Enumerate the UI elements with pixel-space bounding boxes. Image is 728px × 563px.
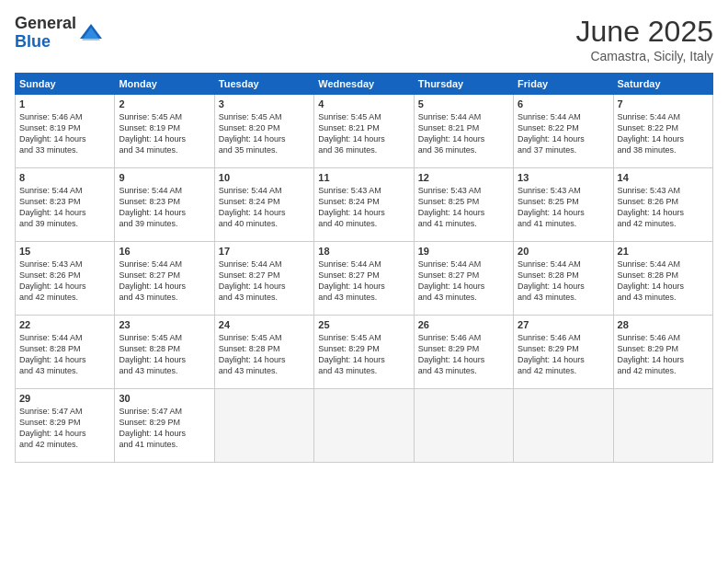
col-tuesday: Tuesday [214, 74, 313, 95]
day-number: 18 [318, 246, 409, 257]
col-friday: Friday [514, 74, 613, 95]
day-number: 30 [119, 393, 210, 404]
day-info: Sunrise: 5:43 AMSunset: 8:26 PMDaylight:… [618, 185, 709, 230]
day-info: Sunrise: 5:44 AMSunset: 8:28 PMDaylight:… [618, 259, 709, 304]
table-row: 22Sunrise: 5:44 AMSunset: 8:28 PMDayligh… [16, 316, 115, 389]
day-info: Sunrise: 5:44 AMSunset: 8:21 PMDaylight:… [418, 111, 509, 156]
table-row: 9Sunrise: 5:44 AMSunset: 8:23 PMDaylight… [115, 168, 214, 242]
day-info: Sunrise: 5:46 AMSunset: 8:29 PMDaylight:… [418, 332, 509, 377]
table-row: 19Sunrise: 5:44 AMSunset: 8:27 PMDayligh… [414, 242, 513, 316]
table-row [514, 389, 613, 463]
table-row: 14Sunrise: 5:43 AMSunset: 8:26 PMDayligh… [613, 168, 712, 242]
table-row: 7Sunrise: 5:44 AMSunset: 8:22 PMDaylight… [613, 95, 712, 168]
month-title: June 2025 [576, 15, 713, 49]
day-info: Sunrise: 5:45 AMSunset: 8:28 PMDaylight:… [119, 332, 210, 377]
table-row: 10Sunrise: 5:44 AMSunset: 8:24 PMDayligh… [214, 168, 313, 242]
day-number: 29 [19, 393, 110, 404]
day-info: Sunrise: 5:46 AMSunset: 8:19 PMDaylight:… [19, 111, 110, 156]
table-row: 3Sunrise: 5:45 AMSunset: 8:20 PMDaylight… [214, 95, 313, 168]
table-row: 16Sunrise: 5:44 AMSunset: 8:27 PMDayligh… [115, 242, 214, 316]
table-row: 21Sunrise: 5:44 AMSunset: 8:28 PMDayligh… [613, 242, 712, 316]
day-info: Sunrise: 5:43 AMSunset: 8:24 PMDaylight:… [318, 185, 409, 230]
table-row: 23Sunrise: 5:45 AMSunset: 8:28 PMDayligh… [115, 316, 214, 389]
day-number: 4 [318, 98, 409, 109]
day-number: 21 [618, 246, 709, 257]
table-row: 4Sunrise: 5:45 AMSunset: 8:21 PMDaylight… [314, 95, 414, 168]
day-number: 7 [618, 98, 709, 109]
day-info: Sunrise: 5:44 AMSunset: 8:27 PMDaylight:… [119, 259, 210, 304]
day-info: Sunrise: 5:44 AMSunset: 8:27 PMDaylight:… [318, 259, 409, 304]
day-number: 22 [19, 319, 110, 330]
col-saturday: Saturday [613, 74, 712, 95]
day-info: Sunrise: 5:45 AMSunset: 8:29 PMDaylight:… [318, 332, 409, 377]
table-row: 28Sunrise: 5:46 AMSunset: 8:29 PMDayligh… [613, 316, 712, 389]
table-row: 26Sunrise: 5:46 AMSunset: 8:29 PMDayligh… [414, 316, 513, 389]
col-wednesday: Wednesday [314, 74, 414, 95]
logo-blue: Blue [15, 32, 51, 51]
table-row: 20Sunrise: 5:44 AMSunset: 8:28 PMDayligh… [514, 242, 613, 316]
day-info: Sunrise: 5:43 AMSunset: 8:25 PMDaylight:… [518, 185, 609, 230]
day-number: 14 [618, 172, 709, 183]
day-number: 26 [418, 319, 509, 330]
table-row: 15Sunrise: 5:43 AMSunset: 8:26 PMDayligh… [16, 242, 115, 316]
day-info: Sunrise: 5:44 AMSunset: 8:28 PMDaylight:… [518, 259, 609, 304]
table-row: 18Sunrise: 5:44 AMSunset: 8:27 PMDayligh… [314, 242, 414, 316]
col-thursday: Thursday [414, 74, 513, 95]
day-number: 11 [318, 172, 409, 183]
table-row: 13Sunrise: 5:43 AMSunset: 8:25 PMDayligh… [514, 168, 613, 242]
day-info: Sunrise: 5:45 AMSunset: 8:20 PMDaylight:… [219, 111, 310, 156]
day-info: Sunrise: 5:47 AMSunset: 8:29 PMDaylight:… [119, 406, 210, 451]
day-info: Sunrise: 5:46 AMSunset: 8:29 PMDaylight:… [618, 332, 709, 377]
day-number: 17 [219, 246, 310, 257]
day-info: Sunrise: 5:44 AMSunset: 8:28 PMDaylight:… [19, 332, 110, 377]
table-row: 6Sunrise: 5:44 AMSunset: 8:22 PMDaylight… [514, 95, 613, 168]
day-number: 1 [19, 98, 110, 109]
day-number: 6 [518, 98, 609, 109]
day-info: Sunrise: 5:44 AMSunset: 8:22 PMDaylight:… [618, 111, 709, 156]
day-number: 25 [318, 319, 409, 330]
day-number: 28 [618, 319, 709, 330]
calendar-header-row: Sunday Monday Tuesday Wednesday Thursday… [16, 74, 713, 95]
table-row: 17Sunrise: 5:44 AMSunset: 8:27 PMDayligh… [214, 242, 313, 316]
day-number: 24 [219, 319, 310, 330]
day-info: Sunrise: 5:45 AMSunset: 8:21 PMDaylight:… [318, 111, 409, 156]
header: General Blue June 2025 Camastra, Sicily,… [15, 15, 713, 63]
table-row [214, 389, 313, 463]
page: General Blue June 2025 Camastra, Sicily,… [0, 0, 728, 563]
table-row: 5Sunrise: 5:44 AMSunset: 8:21 PMDaylight… [414, 95, 513, 168]
table-row: 12Sunrise: 5:43 AMSunset: 8:25 PMDayligh… [414, 168, 513, 242]
table-row: 11Sunrise: 5:43 AMSunset: 8:24 PMDayligh… [314, 168, 414, 242]
day-number: 5 [418, 98, 509, 109]
col-sunday: Sunday [16, 74, 115, 95]
day-number: 27 [518, 319, 609, 330]
day-number: 19 [418, 246, 509, 257]
day-number: 13 [518, 172, 609, 183]
day-number: 12 [418, 172, 509, 183]
day-info: Sunrise: 5:44 AMSunset: 8:23 PMDaylight:… [119, 185, 210, 230]
table-row: 25Sunrise: 5:45 AMSunset: 8:29 PMDayligh… [314, 316, 414, 389]
logo-icon [78, 20, 104, 46]
day-number: 3 [219, 98, 310, 109]
table-row: 29Sunrise: 5:47 AMSunset: 8:29 PMDayligh… [16, 389, 115, 463]
day-info: Sunrise: 5:46 AMSunset: 8:29 PMDaylight:… [518, 332, 609, 377]
day-number: 15 [19, 246, 110, 257]
day-number: 9 [119, 172, 210, 183]
calendar: Sunday Monday Tuesday Wednesday Thursday… [15, 73, 713, 463]
table-row [414, 389, 513, 463]
table-row: 8Sunrise: 5:44 AMSunset: 8:23 PMDaylight… [16, 168, 115, 242]
table-row [613, 389, 712, 463]
day-number: 10 [219, 172, 310, 183]
table-row: 1Sunrise: 5:46 AMSunset: 8:19 PMDaylight… [16, 95, 115, 168]
location: Camastra, Sicily, Italy [576, 49, 713, 63]
day-info: Sunrise: 5:44 AMSunset: 8:27 PMDaylight:… [219, 259, 310, 304]
day-number: 20 [518, 246, 609, 257]
day-info: Sunrise: 5:44 AMSunset: 8:22 PMDaylight:… [518, 111, 609, 156]
logo-general: General [15, 14, 76, 32]
table-row: 27Sunrise: 5:46 AMSunset: 8:29 PMDayligh… [514, 316, 613, 389]
day-info: Sunrise: 5:44 AMSunset: 8:23 PMDaylight:… [19, 185, 110, 230]
day-info: Sunrise: 5:44 AMSunset: 8:27 PMDaylight:… [418, 259, 509, 304]
table-row: 30Sunrise: 5:47 AMSunset: 8:29 PMDayligh… [115, 389, 214, 463]
day-number: 2 [119, 98, 210, 109]
day-info: Sunrise: 5:43 AMSunset: 8:26 PMDaylight:… [19, 259, 110, 304]
day-info: Sunrise: 5:47 AMSunset: 8:29 PMDaylight:… [19, 406, 110, 451]
